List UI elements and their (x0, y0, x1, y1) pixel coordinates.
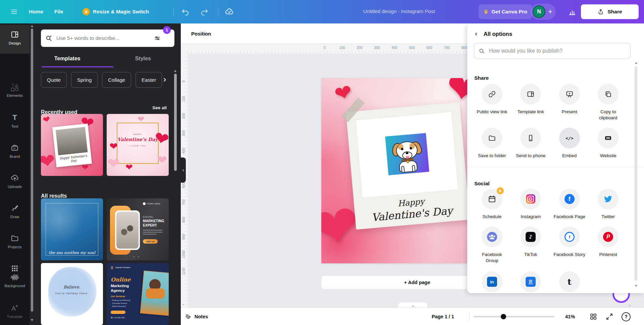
text-bar (143, 234, 156, 235)
notes-button[interactable]: Notes (185, 308, 208, 325)
share-item-embed[interactable]: </> Embed (550, 128, 589, 159)
tab-templates[interactable]: Templates (30, 53, 105, 64)
social-item-label: Instagram (521, 214, 541, 220)
panel-collapse-tab[interactable]: ‹ (181, 157, 186, 183)
home-button[interactable]: Home (24, 4, 48, 19)
sidebar-item-translate[interactable]: Translate (0, 304, 30, 319)
social-item-linkedin[interactable]: in (473, 271, 512, 297)
tab-styles[interactable]: Styles (105, 53, 181, 64)
social-item-label: Schedule (483, 214, 501, 220)
translate-icon (10, 304, 19, 312)
crown-icon: ♛ (483, 8, 488, 15)
sidebar-item-design[interactable]: Design (0, 30, 30, 45)
add-member-button[interactable]: + (548, 7, 552, 16)
toolbar-expand-tab[interactable] (398, 303, 427, 308)
bar-chart-icon (568, 7, 577, 16)
share-item-public-view-link[interactable]: Public view link (473, 84, 512, 121)
social-item-tumblr[interactable]: t (550, 271, 589, 297)
template-thumb-sea[interactable]: the sea soothes my soul (41, 198, 103, 260)
rail-scrollbar[interactable] (31, 28, 33, 312)
share-item-website[interactable]: Website (589, 128, 628, 159)
v-ruler-200: 200 (181, 113, 185, 119)
hscroll-right-icon[interactable]: ▸ (629, 303, 631, 308)
sidebar-item-draw[interactable]: Draw (0, 204, 30, 219)
person-shirt (146, 288, 165, 299)
chip-collage[interactable]: Collage (102, 72, 131, 88)
share-scrollbar[interactable] (635, 66, 637, 281)
thumb-polaroid: Happy Valentine's Day (52, 124, 92, 167)
share-scroll-down-icon[interactable]: ▼ (635, 284, 637, 287)
rail-scroll-up-icon[interactable]: ▲ (31, 24, 33, 27)
social-section-title: Social (474, 181, 490, 187)
zoom-slider[interactable] (473, 316, 554, 317)
sidebar-item-text[interactable]: T Text (0, 113, 30, 128)
chip-quote[interactable]: Quote (41, 72, 67, 88)
sidebar-item-background[interactable]: Background (0, 273, 30, 288)
filter-sliders-icon[interactable] (154, 35, 161, 42)
back-button[interactable]: ‹ (475, 30, 478, 38)
sidebar-item-label: Brand (10, 154, 20, 158)
social-item-facebook-group[interactable]: Facebook Group (473, 226, 512, 263)
grid-view-button[interactable] (589, 308, 597, 325)
share-label: Share (607, 9, 622, 15)
template-thumb-agency[interactable]: S Ingoude Company Online Marketing Agenc… (107, 263, 169, 325)
chip-spring[interactable]: Spring (71, 72, 98, 88)
sidebar-item-elements[interactable]: ♡△ □○ Elements (0, 83, 30, 97)
panel-scrollbar[interactable] (174, 74, 177, 171)
document-title[interactable]: Untitled design - Instagram Post (363, 8, 435, 14)
zoom-slider-thumb[interactable] (501, 314, 506, 319)
hscroll-left-icon[interactable]: ◂ (182, 302, 184, 307)
social-item-facebook-story[interactable]: f Facebook Story (550, 226, 589, 263)
template-thumb-marketing[interactable]: YOUR LOGO DIGITAL MARKETING EXPERT VISIT… (107, 198, 169, 260)
share-item-present[interactable]: Present (550, 84, 589, 121)
puppy-leg (412, 165, 416, 172)
thumb-sub: You're halfway there. (41, 292, 103, 295)
social-item-tiktok[interactable]: ♪ TikTok (512, 226, 550, 263)
sidebar-item-brand[interactable]: co. Brand (0, 143, 30, 158)
template-thumb-believe[interactable]: Believe. You're halfway there. (41, 263, 103, 325)
social-item-instagram[interactable]: Instagram (512, 189, 550, 220)
thumb-title-text: Valentine's Day (107, 137, 169, 142)
resize-magic-switch-button[interactable]: ♛ Resize & Magic Switch (78, 4, 154, 19)
share-item-template-link[interactable]: Template link (512, 84, 550, 121)
agency-bullet: Strategy and Planning (112, 299, 130, 301)
share-item-copy-to-clipboard[interactable]: Copy to clipboard (589, 84, 628, 121)
rail-scroll-down-icon[interactable]: ▼ (31, 318, 33, 322)
share-item-send-to-phone[interactable]: Send to phone (512, 128, 550, 159)
zoom-percent[interactable]: 41% (565, 308, 575, 325)
social-item-twitter[interactable]: Twitter (589, 189, 628, 220)
redo-button[interactable] (200, 8, 209, 17)
sidebar-item-uploads[interactable]: Uploads (0, 174, 30, 189)
social-item-pinterest[interactable]: P Pinterest (589, 226, 628, 263)
main-menu-button[interactable] (5, 4, 23, 19)
sidebar-item-label: Translate (7, 315, 23, 319)
panel-scroll-up-icon[interactable]: ▲ (174, 69, 176, 72)
social-item-company-page[interactable] (512, 271, 550, 297)
filter-chips: Quote Spring Collage Easter (41, 72, 162, 88)
chip-easter[interactable]: Easter (136, 72, 162, 88)
share-scroll-up-icon[interactable]: ▲ (635, 61, 637, 64)
template-thumb-valentine-frame[interactable]: ❤ ❤ ❤ ❤ ❤ ❤ HAPPY Valentine's Day I LOVE… (107, 114, 169, 176)
insights-button[interactable] (568, 7, 577, 17)
get-canva-pro-button[interactable]: ♛ Get Canva Pro (479, 4, 532, 19)
social-item-schedule[interactable]: ♛ Schedule (473, 189, 512, 220)
see-all-link[interactable]: See all (152, 105, 167, 110)
share-button[interactable]: Share (581, 4, 639, 19)
template-search-input[interactable] (56, 35, 154, 42)
thumb-logo: YOUR LOGO (143, 202, 160, 205)
v-ruler-800: 800 (181, 217, 185, 223)
social-item-facebook-page[interactable]: f Facebook Page (550, 189, 589, 220)
publish-search-input[interactable] (488, 48, 626, 54)
puppy-image[interactable] (385, 133, 429, 175)
sidebar-item-projects[interactable]: Projects (0, 234, 30, 249)
fullscreen-button[interactable] (605, 308, 613, 325)
undo-button[interactable] (181, 8, 190, 17)
help-button[interactable]: ? (622, 308, 631, 325)
chips-scroll-right-icon[interactable]: › (163, 74, 166, 84)
position-button[interactable]: Position (188, 28, 214, 39)
file-button[interactable]: File (50, 4, 68, 19)
polaroid-frame[interactable]: Happy Valentine's Day (346, 102, 470, 230)
share-item-save-to-folder[interactable]: Save to folder (473, 128, 512, 159)
avatar[interactable]: N (533, 5, 545, 18)
template-thumb-valentine-couple[interactable]: ❤ ❤ ❤ ❤ Happy Valentine's Day (41, 114, 103, 176)
